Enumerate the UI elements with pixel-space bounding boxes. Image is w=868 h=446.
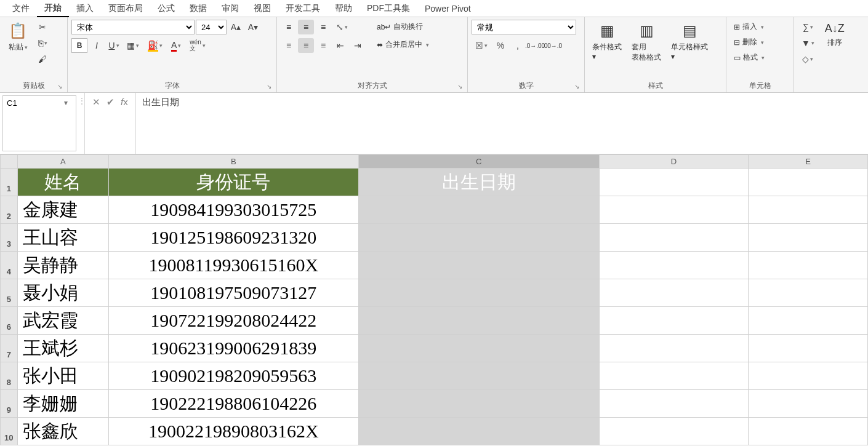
cell-C8[interactable] [358,362,599,390]
percent-button[interactable]: % [492,38,508,53]
row-header-5[interactable]: 5 [1,279,18,307]
cell-E2[interactable] [749,196,868,224]
menu-tab-1[interactable]: 开始 [37,0,69,17]
cell-A5[interactable]: 聂小娟 [17,279,108,307]
cell-C6[interactable] [358,307,599,335]
italic-button[interactable]: I [89,38,105,53]
sort-filter-button[interactable]: A↓Z排序 [821,20,849,50]
formula-input[interactable]: 出生日期 [136,93,868,154]
cell-A8[interactable]: 张小田 [17,362,108,390]
cell-A7[interactable]: 王斌杉 [17,335,108,362]
number-format-select[interactable]: 常规 [472,20,576,34]
cell-D2[interactable] [599,196,748,224]
cell-B6[interactable]: 190722199208024422 [108,307,358,335]
cell-A1[interactable]: 姓名 [17,169,108,196]
row-header-6[interactable]: 6 [1,307,18,335]
row-header-7[interactable]: 7 [1,335,18,362]
menu-tab-4[interactable]: 公式 [150,1,182,17]
orientation-button[interactable]: ⤡▾ [332,20,352,34]
conditional-format-button[interactable]: ▦条件格式▾ [589,20,625,63]
col-header-D[interactable]: D [599,155,748,169]
cell-E1[interactable] [749,169,868,196]
bold-button[interactable]: B [71,38,87,53]
row-header-1[interactable]: 1 [1,169,18,196]
cell-A3[interactable]: 王山容 [17,224,108,252]
align-center-button[interactable]: ≡ [298,38,314,53]
cell-D10[interactable] [599,418,748,445]
name-box-input[interactable] [3,96,58,110]
border-button[interactable]: ▦▾ [123,38,143,53]
cell-C3[interactable] [358,224,599,252]
fill-button[interactable]: ▼▾ [798,36,818,50]
menu-tab-9[interactable]: 帮助 [328,1,360,17]
comma-button[interactable]: , [510,38,526,53]
cell-A2[interactable]: 金康建 [17,196,108,224]
font-family-select[interactable]: 宋体 [71,20,195,34]
col-header-B[interactable]: B [108,155,358,169]
cell-E6[interactable] [749,307,868,335]
indent-increase-button[interactable]: ⇥ [350,38,366,53]
decrease-decimal-button[interactable]: .00→.0 [544,38,560,53]
fx-button[interactable]: fx [121,97,128,107]
cut-button[interactable]: ✂ [34,20,50,34]
row-header-3[interactable]: 3 [1,224,18,252]
number-launcher-icon[interactable]: ↘ [574,83,579,90]
font-size-select[interactable]: 24 [196,20,227,34]
cell-A9[interactable]: 李姗姗 [17,390,108,418]
format-cells-button[interactable]: ▭格式▾ [730,50,768,65]
menu-tab-11[interactable]: Power Pivot [417,1,478,16]
row-header-4[interactable]: 4 [1,252,18,279]
cell-A4[interactable]: 吴静静 [17,252,108,279]
worksheet[interactable]: ABCDE1姓名身份证号出生日期2金康建1909841993030157253王… [0,154,868,446]
cell-D3[interactable] [599,224,748,252]
row-header-2[interactable]: 2 [1,196,18,224]
cell-D9[interactable] [599,390,748,418]
cell-E7[interactable] [749,335,868,362]
cell-E4[interactable] [749,252,868,279]
cell-C2[interactable] [358,196,599,224]
menu-tab-0[interactable]: 文件 [5,1,37,17]
col-header-C[interactable]: C [358,155,599,169]
align-right-button[interactable]: ≡ [315,38,331,53]
menu-tab-5[interactable]: 数据 [182,1,214,17]
cell-A6[interactable]: 武宏霞 [17,307,108,335]
phonetic-button[interactable]: wén文▾ [186,38,209,53]
cell-E9[interactable] [749,390,868,418]
cell-B7[interactable]: 190623199006291839 [108,335,358,362]
cell-B1[interactable]: 身份证号 [108,169,358,196]
align-top-button[interactable]: ≡ [281,20,297,34]
row-header-9[interactable]: 9 [1,390,18,418]
clear-button[interactable]: ◇▾ [798,52,818,66]
select-all-corner[interactable] [1,155,18,169]
row-header-8[interactable]: 8 [1,362,18,390]
currency-button[interactable]: ☒▾ [472,38,491,53]
copy-button[interactable]: ⎘▾ [34,36,50,50]
cell-B3[interactable]: 190125198609231320 [108,224,358,252]
wrap-text-button[interactable]: ab↵自动换行 [373,20,433,34]
menu-tab-6[interactable]: 审阅 [214,1,246,17]
cancel-formula-button[interactable]: ✕ [92,97,100,108]
font-color-button[interactable]: A▾ [167,38,185,53]
cell-B5[interactable]: 190108197509073127 [108,279,358,307]
cell-D1[interactable] [599,169,748,196]
cell-D5[interactable] [599,279,748,307]
cell-D7[interactable] [599,335,748,362]
align-middle-button[interactable]: ≡ [298,20,314,34]
cell-B9[interactable]: 190222198806104226 [108,390,358,418]
menu-tab-2[interactable]: 插入 [69,1,101,17]
menu-tab-10[interactable]: PDF工具集 [360,1,417,17]
cell-C1[interactable]: 出生日期 [358,169,599,196]
menu-tab-3[interactable]: 页面布局 [101,1,150,17]
cell-E5[interactable] [749,279,868,307]
cell-C7[interactable] [358,335,599,362]
indent-decrease-button[interactable]: ⇤ [332,38,348,53]
menu-tab-7[interactable]: 视图 [246,1,278,17]
cell-C4[interactable] [358,252,599,279]
insert-cells-button[interactable]: ⊞插入▾ [730,20,768,34]
increase-font-button[interactable]: A▴ [228,20,244,34]
cell-D4[interactable] [599,252,748,279]
cell-B8[interactable]: 190902198209059563 [108,362,358,390]
cell-A10[interactable]: 张鑫欣 [17,418,108,445]
format-painter-button[interactable]: 🖌 [34,52,50,66]
align-bottom-button[interactable]: ≡ [315,20,331,34]
